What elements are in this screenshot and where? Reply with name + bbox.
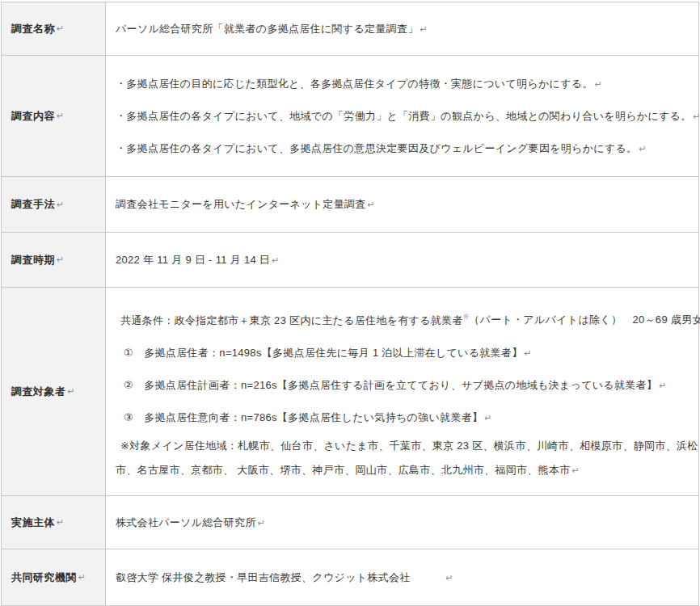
label-cell-survey-name: 調査名称↵ (2, 2, 106, 55)
return-mark: ↵ (57, 200, 64, 210)
survey-name-text: パーソル総合研究所「就業者の多拠点居住に関する定量調査」 (116, 23, 419, 35)
content-item: ・多拠点居住の各タイプにおいて、地域での「労働力」と「消費」の観点から、地域との… (116, 110, 692, 122)
survey-period-text: 2022 年 11 月 9 日 - 11 月 14 日 (116, 254, 270, 266)
content-cell-research-partners: 叡啓大学 保井俊之教授・早田吉信教授、クウジット株式会社↵ (106, 549, 698, 605)
return-mark: ↵ (57, 23, 64, 34)
row-label: 調査時期 (11, 253, 55, 267)
row-label: 調査内容 (11, 109, 55, 124)
row-label: 実施主体 (11, 516, 55, 530)
content-cell-survey-period: 2022 年 11 月 9 日 - 11 月 14 日↵ (106, 233, 698, 287)
content-cell-survey-content: ・多拠点居住の目的に応じた類型化と、各多拠点居住タイプの特徴・実態について明らか… (106, 56, 700, 176)
table-row-survey-name: 調査名称↵ パーソル総合研究所「就業者の多拠点居住に関する定量調査」↵ (2, 2, 698, 56)
organizer-text: 株式会社パーソル総合研究所 (116, 516, 256, 528)
subject-group-item: ② 多拠点居住計画者：n=216s【多拠点居住する計画を立てており、サブ拠点の地… (116, 379, 657, 391)
content-cell-organizer: 株式会社パーソル総合研究所↵ (106, 496, 698, 549)
return-mark: ↵ (78, 572, 86, 583)
content-item: ・多拠点居住の目的に応じた類型化と、各多拠点居住タイプの特徴・実態について明らか… (116, 78, 593, 90)
partners-text: 叡啓大学 保井俊之教授・早田吉信教授、クウジット株式会社 (116, 571, 411, 583)
return-mark: ↵ (572, 465, 580, 475)
survey-overview-table: 調査名称↵ パーソル総合研究所「就業者の多拠点居住に関する定量調査」↵ 調査内容… (1, 2, 699, 606)
content-cell-survey-subjects: 共通条件：政令指定都市＋東京 23 区内に主たる居住地を有する就業者※（パート・… (106, 288, 700, 495)
return-mark: ↵ (420, 24, 428, 34)
subject-group-item: ① 多拠点居住者：n=1498s【多拠点居住先に毎月 1 泊以上滞在している就業… (116, 347, 522, 359)
label-cell-survey-subjects: 調査対象者↵ (2, 288, 106, 495)
content-item: ・多拠点居住の各タイプにおいて、多拠点居住の意思決定要因及びウェルビーイング要因… (116, 142, 637, 154)
table-row-survey-content: 調査内容↵ ・多拠点居住の目的に応じた類型化と、各多拠点居住タイプの特徴・実態に… (2, 56, 698, 177)
return-mark: ↵ (57, 255, 64, 265)
table-row-survey-period: 調査時期↵ 2022 年 11 月 9 日 - 11 月 14 日↵ (2, 233, 698, 288)
return-mark: ↵ (595, 79, 602, 89)
subjects-common-condition: 共通条件：政令指定都市＋東京 23 区内に主たる居住地を有する就業者 (116, 314, 463, 326)
row-label: 共同研究機関 (11, 570, 77, 585)
survey-method-text: 調査会社モニターを用いたインターネット定量調査 (116, 198, 366, 210)
label-cell-research-partners: 共同研究機関↵ (2, 549, 106, 605)
return-mark: ↵ (68, 386, 75, 397)
return-mark: ↵ (524, 348, 531, 358)
return-mark: ↵ (694, 112, 700, 121)
subjects-region-note: ※対象メイン居住地域：札幌市、仙台市、さいたま市、千葉市、東京 23 区、横浜市… (116, 440, 698, 476)
return-mark: ↵ (272, 255, 279, 265)
content-cell-survey-name: パーソル総合研究所「就業者の多拠点居住に関する定量調査」↵ (106, 2, 698, 55)
row-label: 調査対象者 (11, 385, 66, 399)
return-mark: ↵ (57, 111, 64, 121)
table-row-survey-subjects: 調査対象者↵ 共通条件：政令指定都市＋東京 23 区内に主たる居住地を有する就業… (2, 288, 698, 496)
row-label: 調査手法 (11, 197, 55, 212)
content-cell-survey-method: 調査会社モニターを用いたインターネット定量調査↵ (106, 177, 698, 232)
row-label: 調査名称 (11, 22, 55, 36)
subjects-common-condition-suffix: （パート・アルバイトは除く） 20～69 歳男女 (469, 314, 700, 326)
return-mark: ↵ (368, 200, 375, 209)
subject-group-item: ③ 多拠点居住意向者：n=786s【多拠点居住したい気持ちの強い就業者】 (116, 411, 483, 423)
label-cell-survey-method: 調査手法↵ (2, 177, 106, 232)
label-cell-organizer: 実施主体↵ (2, 496, 106, 549)
label-cell-survey-period: 調査時期↵ (2, 233, 106, 287)
return-mark: ↵ (446, 573, 453, 583)
return-mark: ↵ (659, 381, 666, 390)
table-row-survey-method: 調査手法↵ 調査会社モニターを用いたインターネット定量調査↵ (2, 177, 698, 233)
return-mark: ↵ (258, 518, 265, 528)
return-mark: ↵ (639, 144, 646, 154)
table-row-research-partners: 共同研究機関↵ 叡啓大学 保井俊之教授・早田吉信教授、クウジット株式会社↵ (2, 549, 698, 605)
return-mark: ↵ (57, 517, 64, 528)
table-row-organizer: 実施主体↵ 株式会社パーソル総合研究所↵ (2, 496, 698, 549)
label-cell-survey-content: 調査内容↵ (2, 56, 106, 176)
return-mark: ↵ (484, 413, 491, 423)
